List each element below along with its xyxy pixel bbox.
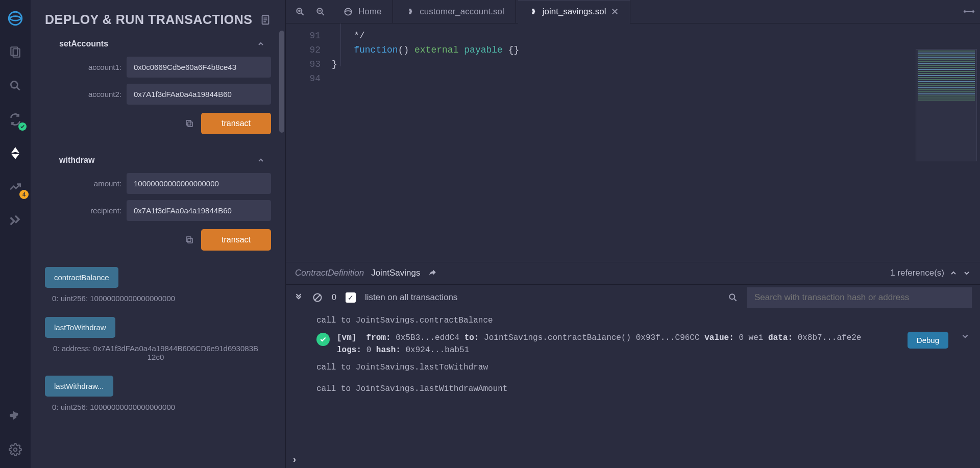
svg-rect-13 [186, 237, 191, 241]
terminal-line: call to JointSavings.contractBalance [316, 314, 970, 327]
remix-logo[interactable] [6, 9, 24, 28]
terminal-toolbar: 0 ✓ listen on all transactions [286, 285, 980, 310]
compiler-icon[interactable] [6, 110, 24, 129]
solidity-file-icon [529, 8, 537, 16]
function-name: withdraw [59, 156, 94, 165]
param-input[interactable] [127, 173, 271, 194]
minimap[interactable] [916, 49, 977, 161]
function-name: setAccounts [59, 39, 108, 48]
transact-row: transact [45, 108, 271, 136]
param-row: account1: [65, 54, 271, 81]
param-row: account2: [65, 81, 271, 108]
chevron-up-icon[interactable] [949, 269, 958, 277]
view-result: 0: uint256: 10000000000000000000 [45, 397, 259, 421]
debug-button[interactable]: Debug [908, 332, 948, 349]
plugin-manager-icon[interactable] [6, 407, 24, 425]
icon-sidebar: 4 [0, 0, 31, 468]
collapse-terminal-icon[interactable] [294, 293, 303, 302]
function-header[interactable]: withdraw [45, 151, 271, 170]
chevron-up-icon[interactable] [257, 156, 265, 164]
svg-point-0 [9, 12, 22, 25]
param-input[interactable] [127, 57, 271, 78]
view-result: 0: address: 0x7A1f3dFAa0a4a19844B606CD6e… [45, 338, 259, 371]
tx-details: [vm] from: 0x5B3...eddC4 to: JointSaving… [337, 332, 900, 356]
terminal-line: call to JointSavings.lastWithdrawAmount [316, 383, 970, 395]
svg-rect-11 [186, 120, 191, 125]
docs-icon[interactable] [260, 14, 271, 26]
chevron-up-icon[interactable] [257, 40, 265, 48]
param-label: recipient: [65, 206, 121, 215]
function-withdraw: withdrawamount:recipient:transact [45, 151, 271, 253]
param-row: recipient: [65, 197, 271, 224]
deploy-panel: DEPLOY & RUN TRANSACTIONS setAccountsacc… [31, 0, 286, 468]
view-button[interactable]: contractBalance [45, 267, 118, 288]
settings-icon[interactable] [6, 440, 24, 459]
view-lastWithdraw...: lastWithdraw...0: uint256: 1000000000000… [45, 376, 271, 421]
tabbar: Home customer_account.sol joint_savings.… [286, 0, 980, 23]
zoom-in-icon[interactable] [291, 3, 309, 21]
solidity-file-icon [406, 8, 414, 16]
param-row: amount: [65, 170, 271, 197]
tx-success-icon [316, 333, 330, 346]
panel-title: DEPLOY & RUN TRANSACTIONS [45, 12, 253, 27]
breadcrumb-bar: ContractDefinition JointSavings 1 refere… [286, 262, 980, 284]
file-explorer-icon[interactable] [6, 43, 24, 61]
terminal-search-input[interactable] [747, 287, 972, 308]
panel-scrollbar[interactable] [279, 31, 284, 133]
svg-rect-10 [188, 122, 192, 127]
deploy-run-icon[interactable] [6, 144, 24, 162]
terminal-input-row[interactable]: › [286, 451, 980, 468]
copy-icon[interactable] [185, 235, 194, 244]
terminal: 0 ✓ listen on all transactions call to J… [286, 284, 980, 468]
transact-row: transact [45, 224, 271, 253]
debugger-icon[interactable] [6, 211, 24, 230]
svg-line-23 [315, 295, 320, 300]
line-gutter: 91 92 93 94 [286, 29, 327, 86]
breadcrumb-kind: ContractDefinition [295, 268, 364, 278]
svg-point-24 [729, 294, 734, 299]
transact-button[interactable]: transact [201, 113, 271, 134]
clear-terminal-icon[interactable] [312, 292, 323, 303]
share-icon[interactable] [428, 268, 437, 278]
param-input[interactable] [127, 200, 271, 221]
param-label: amount: [65, 179, 121, 188]
transaction-row[interactable]: [vm] from: 0x5B3...eddC4 to: JointSaving… [316, 327, 970, 361]
svg-line-15 [302, 13, 304, 15]
expand-editor-icon[interactable]: ⟷ [963, 6, 975, 16]
compile-success-badge [18, 122, 27, 131]
function-header[interactable]: setAccounts [45, 34, 271, 54]
svg-line-19 [322, 13, 324, 15]
terminal-line: call to JointSavings.lastToWithdraw [316, 361, 970, 374]
listen-checkbox[interactable]: ✓ [346, 292, 356, 303]
view-result: 0: uint256: 10000000000000000000 [45, 288, 259, 312]
function-setAccounts: setAccountsaccount1:account2:transact [45, 34, 271, 136]
svg-line-4 [17, 87, 19, 90]
view-button[interactable]: lastWithdraw... [45, 376, 113, 397]
chevron-down-icon[interactable] [963, 269, 971, 277]
tab-customer-account[interactable]: customer_account.sol [395, 0, 516, 23]
analysis-icon[interactable]: 4 [6, 178, 24, 196]
tab-home[interactable]: Home [332, 0, 393, 23]
search-icon[interactable] [6, 77, 24, 95]
param-label: account2: [65, 90, 121, 98]
prompt-caret-icon: › [293, 454, 296, 465]
code-content: */ function() external payable {} } [332, 29, 519, 86]
terminal-search-icon[interactable] [728, 292, 738, 303]
view-contractBalance: contractBalance0: uint256: 1000000000000… [45, 267, 271, 312]
copy-icon[interactable] [185, 119, 194, 128]
close-icon[interactable]: ✕ [611, 6, 619, 17]
zoom-out-icon[interactable] [311, 3, 330, 21]
breadcrumb-name: JointSavings [371, 268, 420, 278]
listen-label: listen on all transactions [365, 292, 457, 303]
code-editor[interactable]: 91 92 93 94 */ function() external payab… [286, 23, 980, 262]
view-lastToWithdraw: lastToWithdraw0: address: 0x7A1f3dFAa0a4… [45, 317, 271, 371]
transact-button[interactable]: transact [201, 229, 271, 251]
tab-joint-savings[interactable]: joint_savings.sol ✕ [518, 0, 631, 23]
home-icon [343, 7, 353, 17]
references-label[interactable]: 1 reference(s) [890, 268, 944, 278]
param-label: account1: [65, 63, 121, 71]
param-input[interactable] [127, 84, 271, 105]
terminal-body[interactable]: call to JointSavings.contractBalance [vm… [286, 310, 980, 451]
view-button[interactable]: lastToWithdraw [45, 317, 115, 338]
chevron-down-icon[interactable] [961, 332, 970, 341]
